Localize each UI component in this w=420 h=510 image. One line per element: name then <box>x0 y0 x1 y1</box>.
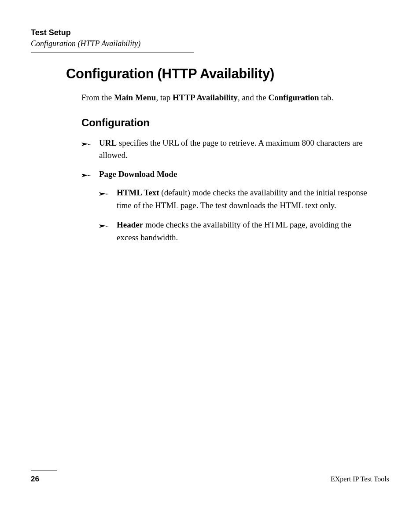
intro-paragraph: From the Main Menu, tap HTTP Availabilit… <box>81 92 372 104</box>
arrow-icon <box>99 188 109 201</box>
chapter-title: Test Setup <box>31 28 389 37</box>
intro-text: tab. <box>319 93 334 102</box>
product-name: EXpert IP Test Tools <box>331 475 389 483</box>
arrow-icon <box>81 170 91 183</box>
footer-rule <box>31 470 57 471</box>
page-header: Test Setup Configuration (HTTP Availabil… <box>31 28 389 53</box>
intro-bold-mainmenu: Main Menu <box>114 93 156 102</box>
nested-bold: Header <box>117 220 143 229</box>
arrow-icon <box>81 139 91 151</box>
footer-row: 26 EXpert IP Test Tools <box>31 475 389 484</box>
page-footer: 26 EXpert IP Test Tools <box>31 470 389 484</box>
nested-list: HTML Text (default) mode checks the avai… <box>99 187 367 244</box>
header-rule <box>31 52 194 53</box>
bullet-text: specifies the URL of the page to retriev… <box>99 138 363 160</box>
bullet-bold: URL <box>99 138 117 147</box>
bullet-bold: Page Download Mode <box>99 169 177 179</box>
bullet-list: URL specifies the URL of the page to ret… <box>81 137 367 181</box>
intro-text: , and the <box>238 93 269 102</box>
nested-bold: HTML Text <box>117 188 159 197</box>
main-heading: Configuration (HTTP Availability) <box>66 66 389 82</box>
list-item: Page Download Mode <box>81 168 367 181</box>
sub-heading: Configuration <box>81 117 389 129</box>
nested-text: mode checks the availability of the HTML… <box>117 220 351 242</box>
intro-text: From the <box>81 93 114 102</box>
list-item: URL specifies the URL of the page to ret… <box>81 137 367 162</box>
intro-text: , tap <box>156 93 172 102</box>
list-item: HTML Text (default) mode checks the avai… <box>99 187 367 212</box>
list-item: Header mode checks the availability of t… <box>99 219 367 244</box>
intro-bold-config: Configuration <box>269 93 319 102</box>
arrow-icon <box>99 220 109 233</box>
intro-bold-http: HTTP Availability <box>173 93 238 102</box>
page-number: 26 <box>31 475 39 484</box>
section-title: Configuration (HTTP Availability) <box>31 39 389 48</box>
